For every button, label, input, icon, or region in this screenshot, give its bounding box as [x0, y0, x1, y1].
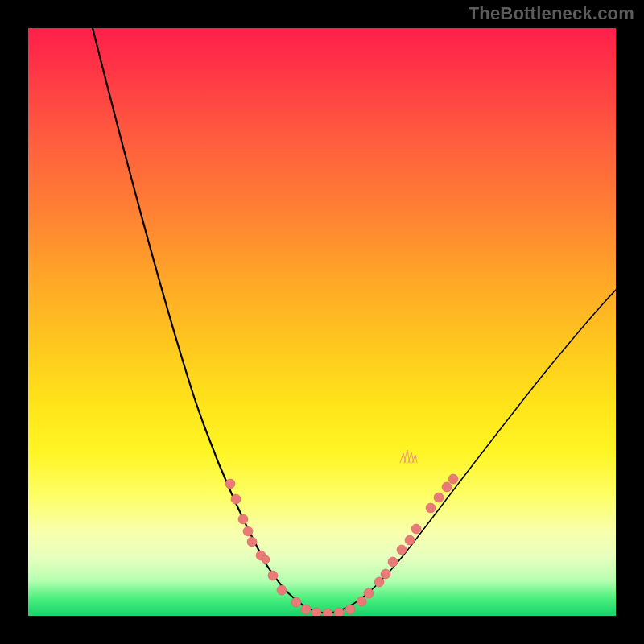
- svg-point-6: [262, 555, 270, 564]
- svg-point-12: [323, 609, 332, 616]
- chart-stage: TheBottleneck.com: [0, 0, 644, 644]
- svg-point-26: [448, 474, 458, 484]
- svg-point-1: [231, 494, 241, 504]
- svg-point-14: [345, 605, 355, 614]
- svg-point-25: [442, 482, 452, 492]
- watermark-text: TheBottleneck.com: [469, 3, 634, 24]
- curve-layer: [28, 28, 616, 616]
- plot-area: [28, 28, 616, 616]
- svg-point-8: [277, 585, 287, 595]
- svg-point-18: [381, 569, 390, 579]
- svg-point-10: [301, 605, 311, 614]
- svg-point-11: [312, 608, 321, 616]
- svg-point-4: [247, 537, 257, 547]
- svg-point-19: [388, 557, 398, 567]
- svg-point-9: [291, 597, 301, 607]
- curve-right: [326, 286, 616, 613]
- svg-point-23: [426, 503, 436, 513]
- svg-point-2: [238, 514, 248, 524]
- svg-point-17: [374, 577, 384, 587]
- svg-point-15: [357, 597, 366, 606]
- curve-left: [85, 28, 326, 613]
- svg-point-3: [243, 526, 253, 536]
- points-right: [357, 474, 458, 606]
- points-left: [225, 479, 301, 607]
- svg-point-0: [225, 479, 235, 489]
- svg-point-16: [364, 588, 374, 598]
- points-bottom: [301, 605, 355, 616]
- svg-point-7: [268, 571, 278, 580]
- svg-point-22: [411, 524, 421, 534]
- svg-point-21: [405, 535, 415, 545]
- svg-point-13: [334, 608, 344, 616]
- svg-point-24: [434, 493, 444, 502]
- plot-frame: [28, 28, 616, 616]
- fuzz-mark: [400, 450, 417, 463]
- svg-point-20: [397, 545, 407, 555]
